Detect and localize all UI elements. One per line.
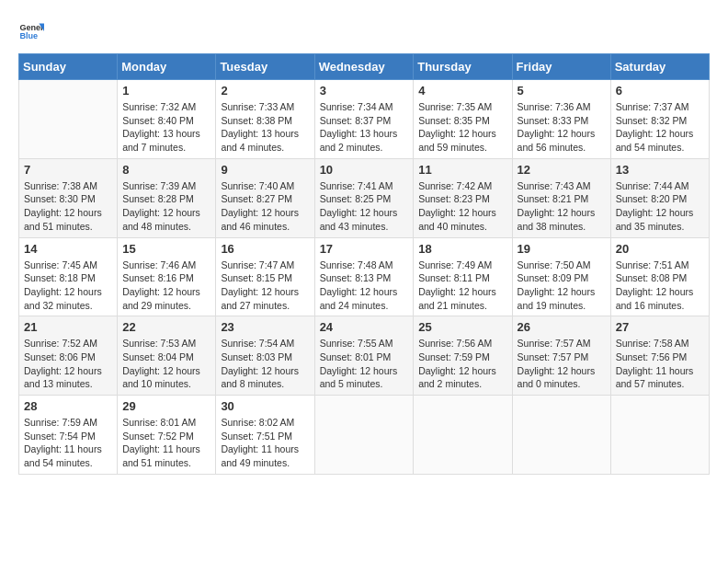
calendar-cell: 7Sunrise: 7:38 AMSunset: 8:30 PMDaylight… — [19, 158, 118, 237]
weekday-header-thursday: Thursday — [414, 54, 512, 80]
day-number: 16 — [221, 242, 309, 256]
day-info: Sunrise: 7:54 AMSunset: 8:03 PMDaylight:… — [221, 337, 309, 391]
day-info: Sunrise: 7:55 AMSunset: 8:01 PMDaylight:… — [320, 337, 409, 391]
calendar-cell: 5Sunrise: 7:36 AMSunset: 8:33 PMDaylight… — [512, 80, 610, 159]
page-header: General Blue — [18, 18, 710, 44]
calendar-cell: 26Sunrise: 7:57 AMSunset: 7:57 PMDayligh… — [512, 316, 610, 396]
day-info: Sunrise: 7:40 AMSunset: 8:27 PMDaylight:… — [221, 179, 309, 234]
day-info: Sunrise: 7:58 AMSunset: 7:56 PMDaylight:… — [616, 337, 704, 391]
calendar-cell: 6Sunrise: 7:37 AMSunset: 8:32 PMDaylight… — [610, 80, 709, 159]
day-info: Sunrise: 7:44 AMSunset: 8:20 PMDaylight:… — [616, 179, 704, 234]
day-info: Sunrise: 7:42 AMSunset: 8:23 PMDaylight:… — [418, 179, 506, 234]
day-number: 5 — [518, 84, 606, 98]
calendar-cell: 27Sunrise: 7:58 AMSunset: 7:56 PMDayligh… — [610, 316, 709, 396]
calendar-cell: 14Sunrise: 7:45 AMSunset: 8:18 PMDayligh… — [19, 237, 118, 316]
calendar-cell: 12Sunrise: 7:43 AMSunset: 8:21 PMDayligh… — [512, 158, 610, 237]
calendar-cell: 29Sunrise: 8:01 AMSunset: 7:52 PMDayligh… — [118, 396, 216, 475]
day-info: Sunrise: 7:51 AMSunset: 8:08 PMDaylight:… — [616, 259, 704, 313]
weekday-header-tuesday: Tuesday — [216, 54, 314, 80]
day-number: 3 — [320, 84, 409, 98]
day-number: 23 — [221, 320, 309, 334]
day-number: 17 — [320, 242, 409, 256]
calendar-cell: 9Sunrise: 7:40 AMSunset: 8:27 PMDaylight… — [216, 158, 314, 237]
day-number: 30 — [221, 399, 309, 413]
day-number: 20 — [616, 242, 704, 256]
weekday-header-saturday: Saturday — [610, 54, 709, 80]
calendar-cell: 13Sunrise: 7:44 AMSunset: 8:20 PMDayligh… — [610, 158, 709, 237]
day-info: Sunrise: 7:37 AMSunset: 8:32 PMDaylight:… — [616, 100, 704, 155]
day-info: Sunrise: 7:47 AMSunset: 8:15 PMDaylight:… — [221, 259, 309, 313]
calendar-cell: 16Sunrise: 7:47 AMSunset: 8:15 PMDayligh… — [216, 237, 314, 316]
calendar-cell: 10Sunrise: 7:41 AMSunset: 8:25 PMDayligh… — [314, 158, 414, 237]
day-number: 22 — [122, 320, 210, 334]
calendar-cell: 20Sunrise: 7:51 AMSunset: 8:08 PMDayligh… — [610, 237, 709, 316]
calendar-cell — [314, 396, 414, 475]
calendar-cell: 8Sunrise: 7:39 AMSunset: 8:28 PMDaylight… — [118, 158, 216, 237]
week-row-5: 28Sunrise: 7:59 AMSunset: 7:54 PMDayligh… — [19, 396, 710, 475]
day-info: Sunrise: 7:49 AMSunset: 8:11 PMDaylight:… — [418, 259, 506, 313]
day-info: Sunrise: 7:50 AMSunset: 8:09 PMDaylight:… — [518, 259, 606, 313]
day-number: 6 — [616, 84, 704, 98]
day-info: Sunrise: 7:35 AMSunset: 8:35 PMDaylight:… — [418, 100, 506, 155]
day-number: 13 — [616, 163, 704, 177]
day-number: 19 — [518, 242, 606, 256]
calendar-cell — [610, 396, 709, 475]
weekday-header-sunday: Sunday — [19, 54, 118, 80]
calendar-cell: 11Sunrise: 7:42 AMSunset: 8:23 PMDayligh… — [414, 158, 512, 237]
calendar-cell: 24Sunrise: 7:55 AMSunset: 8:01 PMDayligh… — [314, 316, 414, 396]
day-info: Sunrise: 7:52 AMSunset: 8:06 PMDaylight:… — [24, 337, 112, 391]
calendar-cell: 22Sunrise: 7:53 AMSunset: 8:04 PMDayligh… — [118, 316, 216, 396]
logo-icon: General Blue — [18, 18, 44, 44]
week-row-3: 14Sunrise: 7:45 AMSunset: 8:18 PMDayligh… — [19, 237, 710, 316]
calendar-cell: 19Sunrise: 7:50 AMSunset: 8:09 PMDayligh… — [512, 237, 610, 316]
day-number: 25 — [418, 320, 506, 334]
day-number: 28 — [24, 399, 112, 413]
calendar-cell: 25Sunrise: 7:56 AMSunset: 7:59 PMDayligh… — [414, 316, 512, 396]
day-info: Sunrise: 7:41 AMSunset: 8:25 PMDaylight:… — [320, 179, 409, 234]
day-number: 27 — [616, 320, 704, 334]
calendar-cell — [414, 396, 512, 475]
day-number: 18 — [418, 242, 506, 256]
week-row-2: 7Sunrise: 7:38 AMSunset: 8:30 PMDaylight… — [19, 158, 710, 237]
day-info: Sunrise: 7:36 AMSunset: 8:33 PMDaylight:… — [518, 100, 606, 155]
day-info: Sunrise: 7:48 AMSunset: 8:13 PMDaylight:… — [320, 259, 409, 313]
calendar-cell: 18Sunrise: 7:49 AMSunset: 8:11 PMDayligh… — [414, 237, 512, 316]
day-info: Sunrise: 7:43 AMSunset: 8:21 PMDaylight:… — [518, 179, 606, 234]
day-number: 26 — [518, 320, 606, 334]
day-info: Sunrise: 7:59 AMSunset: 7:54 PMDaylight:… — [24, 416, 112, 470]
calendar-cell: 23Sunrise: 7:54 AMSunset: 8:03 PMDayligh… — [216, 316, 314, 396]
day-number: 4 — [418, 84, 506, 98]
svg-text:Blue: Blue — [19, 31, 38, 40]
day-number: 24 — [320, 320, 409, 334]
day-info: Sunrise: 7:46 AMSunset: 8:16 PMDaylight:… — [122, 259, 210, 313]
day-number: 12 — [518, 163, 606, 177]
day-number: 11 — [418, 163, 506, 177]
day-info: Sunrise: 7:33 AMSunset: 8:38 PMDaylight:… — [221, 100, 309, 155]
day-info: Sunrise: 7:45 AMSunset: 8:18 PMDaylight:… — [24, 259, 112, 313]
day-number: 2 — [221, 84, 309, 98]
calendar-cell: 2Sunrise: 7:33 AMSunset: 8:38 PMDaylight… — [216, 80, 314, 159]
week-row-4: 21Sunrise: 7:52 AMSunset: 8:06 PMDayligh… — [19, 316, 710, 396]
calendar-cell — [19, 80, 118, 159]
day-info: Sunrise: 7:57 AMSunset: 7:57 PMDaylight:… — [518, 337, 606, 391]
calendar-cell: 1Sunrise: 7:32 AMSunset: 8:40 PMDaylight… — [118, 80, 216, 159]
day-number: 21 — [24, 320, 112, 334]
day-number: 10 — [320, 163, 409, 177]
day-info: Sunrise: 7:53 AMSunset: 8:04 PMDaylight:… — [122, 337, 210, 391]
day-info: Sunrise: 7:32 AMSunset: 8:40 PMDaylight:… — [122, 100, 210, 155]
logo: General Blue — [18, 18, 44, 44]
day-number: 1 — [122, 84, 210, 98]
weekday-header-row: SundayMondayTuesdayWednesdayThursdayFrid… — [19, 54, 710, 80]
day-info: Sunrise: 7:34 AMSunset: 8:37 PMDaylight:… — [320, 100, 409, 155]
weekday-header-friday: Friday — [512, 54, 610, 80]
calendar-table: SundayMondayTuesdayWednesdayThursdayFrid… — [18, 53, 710, 475]
day-number: 29 — [122, 399, 210, 413]
calendar-cell: 21Sunrise: 7:52 AMSunset: 8:06 PMDayligh… — [19, 316, 118, 396]
calendar-cell: 30Sunrise: 8:02 AMSunset: 7:51 PMDayligh… — [216, 396, 314, 475]
day-number: 15 — [122, 242, 210, 256]
calendar-cell: 4Sunrise: 7:35 AMSunset: 8:35 PMDaylight… — [414, 80, 512, 159]
day-number: 7 — [24, 163, 112, 177]
calendar-cell: 3Sunrise: 7:34 AMSunset: 8:37 PMDaylight… — [314, 80, 414, 159]
calendar-cell: 28Sunrise: 7:59 AMSunset: 7:54 PMDayligh… — [19, 396, 118, 475]
weekday-header-wednesday: Wednesday — [314, 54, 414, 80]
